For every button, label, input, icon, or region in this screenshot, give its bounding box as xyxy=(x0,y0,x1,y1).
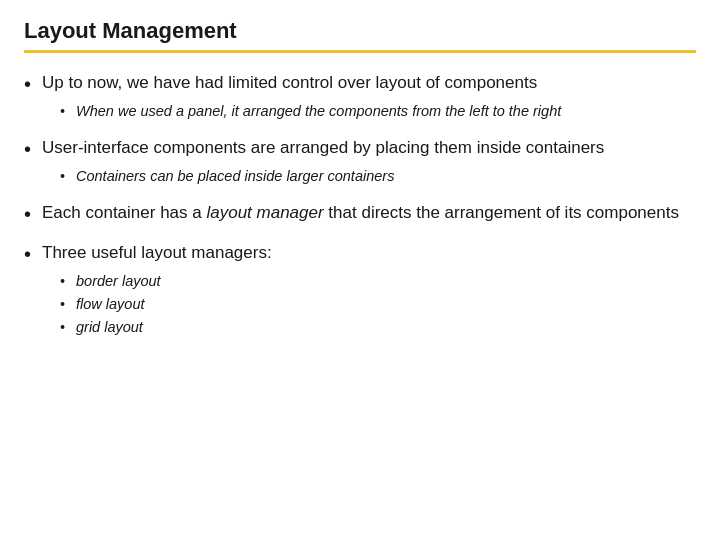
bullet-text-3-italic: layout manager xyxy=(206,203,323,222)
sub-bullet-dot-4c: • xyxy=(60,317,76,338)
sub-bullet-item-1a: • When we used a panel, it arranged the … xyxy=(60,101,696,122)
sub-bullet-text-4b: flow layout xyxy=(76,294,696,314)
bullet-item-4: • Three useful layout managers: • border… xyxy=(24,241,696,338)
sub-bullet-dot-1a: • xyxy=(60,101,76,122)
sub-bullet-item-4a: • border layout xyxy=(60,271,696,292)
sub-bullet-dot-4a: • xyxy=(60,271,76,292)
bullet-main-2: • User-interface components are arranged… xyxy=(24,136,696,162)
bullet-text-2: User-interface components are arranged b… xyxy=(42,136,696,160)
bullet-text-1: Up to now, we have had limited control o… xyxy=(42,71,696,95)
bullet-main-3: • Each container has a layout manager th… xyxy=(24,201,696,227)
bullet-text-3: Each container has a layout manager that… xyxy=(42,201,696,225)
bullet-dot-2: • xyxy=(24,136,42,162)
slide-title: Layout Management xyxy=(24,18,696,53)
bullet-text-4: Three useful layout managers: xyxy=(42,241,696,265)
sub-bullet-text-4c: grid layout xyxy=(76,317,696,337)
slide-container: Layout Management • Up to now, we have h… xyxy=(0,0,720,540)
bullet-item-1: • Up to now, we have had limited control… xyxy=(24,71,696,122)
sub-bullets-2: • Containers can be placed inside larger… xyxy=(24,166,696,187)
bullet-item-2: • User-interface components are arranged… xyxy=(24,136,696,187)
bullet-text-3-after: that directs the arrangement of its comp… xyxy=(324,203,679,222)
bullet-dot-1: • xyxy=(24,71,42,97)
bullet-dot-3: • xyxy=(24,201,42,227)
sub-bullet-item-4c: • grid layout xyxy=(60,317,696,338)
sub-bullet-text-4a: border layout xyxy=(76,271,696,291)
sub-bullet-dot-4b: • xyxy=(60,294,76,315)
sub-bullet-item-2a: • Containers can be placed inside larger… xyxy=(60,166,696,187)
bullet-text-3-before: Each container has a xyxy=(42,203,206,222)
sub-bullet-text-2a: Containers can be placed inside larger c… xyxy=(76,166,696,186)
sub-bullets-4: • border layout • flow layout • grid lay… xyxy=(24,271,696,338)
bullet-dot-4: • xyxy=(24,241,42,267)
bullet-main-4: • Three useful layout managers: xyxy=(24,241,696,267)
sub-bullets-1: • When we used a panel, it arranged the … xyxy=(24,101,696,122)
bullet-main-1: • Up to now, we have had limited control… xyxy=(24,71,696,97)
sub-bullet-dot-2a: • xyxy=(60,166,76,187)
sub-bullet-item-4b: • flow layout xyxy=(60,294,696,315)
content-area: • Up to now, we have had limited control… xyxy=(24,71,696,522)
sub-bullet-text-1a: When we used a panel, it arranged the co… xyxy=(76,101,696,121)
bullet-item-3: • Each container has a layout manager th… xyxy=(24,201,696,227)
